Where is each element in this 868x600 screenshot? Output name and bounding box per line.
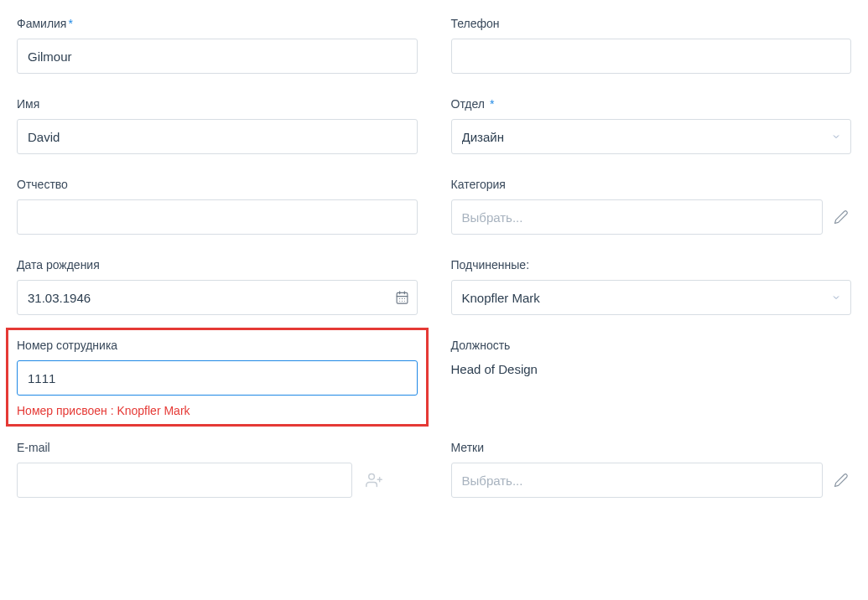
- patronymic-field: Отчество: [17, 178, 418, 235]
- employee-number-error-highlight: Номер сотрудника Номер присвоен : Knopfl…: [6, 328, 429, 427]
- employee-number-input[interactable]: [17, 360, 418, 396]
- category-field: Категория: [451, 178, 852, 235]
- employee-number-label: Номер сотрудника: [17, 339, 418, 352]
- subordinates-field: Подчиненные:: [451, 258, 852, 315]
- email-input[interactable]: [17, 463, 352, 498]
- patronymic-input[interactable]: [17, 199, 418, 235]
- required-marker: *: [486, 97, 494, 111]
- phone-field: Телефон: [451, 17, 852, 74]
- required-marker: *: [68, 17, 72, 30]
- patronymic-label: Отчество: [17, 178, 418, 191]
- calendar-icon: [395, 291, 409, 305]
- calendar-button[interactable]: [395, 291, 409, 305]
- edit-tags-button[interactable]: [831, 470, 851, 490]
- department-select[interactable]: [451, 119, 852, 154]
- add-user-button[interactable]: [364, 470, 384, 490]
- surname-input[interactable]: [17, 39, 418, 74]
- firstname-field: Имя: [17, 97, 418, 154]
- department-label: Отдел *: [451, 97, 852, 111]
- birthdate-field: Дата рождения: [17, 258, 418, 315]
- svg-point-10: [369, 474, 375, 480]
- pencil-icon: [834, 209, 849, 225]
- tags-field: Метки: [451, 441, 852, 498]
- email-label: E-mail: [17, 441, 418, 454]
- position-field: Должность Head of Design: [451, 339, 852, 417]
- subordinates-label: Подчиненные:: [451, 258, 852, 272]
- phone-input[interactable]: [451, 39, 852, 74]
- position-value: Head of Design: [451, 360, 852, 376]
- svg-rect-0: [397, 292, 408, 303]
- user-plus-icon: [366, 472, 382, 489]
- pencil-icon: [834, 473, 849, 488]
- phone-label: Телефон: [451, 17, 852, 30]
- email-field: E-mail: [17, 441, 418, 498]
- category-label: Категория: [451, 178, 852, 191]
- tags-select[interactable]: [451, 463, 824, 498]
- birthdate-label: Дата рождения: [17, 258, 418, 272]
- firstname-input[interactable]: [17, 119, 418, 154]
- surname-label: Фамилия*: [17, 17, 418, 30]
- firstname-label: Имя: [17, 97, 418, 111]
- surname-field: Фамилия*: [17, 17, 418, 74]
- employee-number-error-text: Номер присвоен : Knopfler Mark: [17, 404, 418, 417]
- subordinates-select[interactable]: [451, 280, 852, 315]
- tags-label: Метки: [451, 441, 852, 454]
- position-label: Должность: [451, 339, 852, 352]
- category-select[interactable]: [451, 199, 824, 235]
- employee-number-field: Номер сотрудника Номер присвоен : Knopfl…: [17, 339, 418, 417]
- department-field: Отдел *: [451, 97, 852, 154]
- edit-category-button[interactable]: [831, 207, 851, 227]
- birthdate-input[interactable]: [17, 280, 418, 315]
